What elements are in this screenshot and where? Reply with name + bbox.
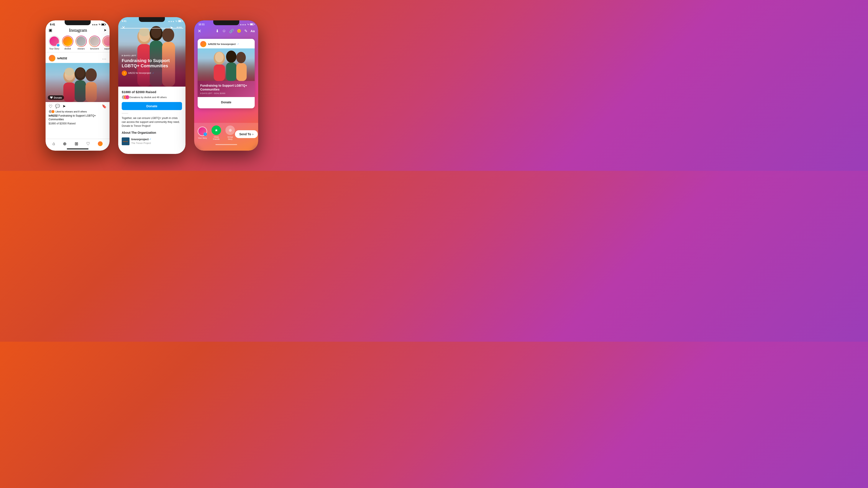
share-bottom: + Your Story ★ Close Friends — [194, 123, 258, 151]
share-card-donate-button[interactable]: Donate — [200, 99, 252, 106]
send-to-label: Send To — [239, 133, 251, 136]
comment-icon[interactable]: 💬 — [55, 104, 60, 109]
story-label-sapph: sapph... — [104, 48, 110, 50]
story-wifi: ∿ — [175, 20, 177, 23]
story-fundraiser-title: Fundraising to Support LGBTQ+ Communitie… — [122, 58, 182, 68]
like-icon[interactable]: ♡ — [49, 104, 53, 109]
stories-divider — [45, 52, 110, 52]
ig-logo: Instagram — [69, 27, 87, 33]
feed-donate-badge[interactable]: 🤍 Donate — [48, 95, 64, 100]
download-icon[interactable]: ⬇ — [216, 29, 219, 33]
home-indicator-3 — [215, 144, 237, 145]
story-share-icon[interactable]: ➤ — [170, 25, 173, 30]
post-actions: ♡ 💬 ➤ 🔖 — [45, 102, 110, 110]
donate-button[interactable]: Donate — [122, 102, 182, 110]
story-item-kenzoere[interactable]: kenzoere — [89, 36, 100, 50]
story-item-sapph[interactable]: sapph... — [102, 36, 110, 50]
nav-activity-icon[interactable]: ♡ — [86, 141, 90, 146]
close-friends-star-icon: ★ — [215, 128, 218, 133]
share-icon[interactable]: ➤ — [62, 104, 66, 109]
gif-icon[interactable]: 😊 — [237, 29, 241, 33]
donate-badge-label: Donate — [54, 96, 62, 99]
donate-heart-icon: 🤍 — [50, 96, 53, 99]
story-more-icon[interactable]: ••• — [177, 25, 182, 30]
sticker-icon[interactable]: ☺ — [222, 29, 226, 33]
likes-text: Liked by eloears and 8 others — [56, 110, 87, 113]
signal-icon-1: ▲▲▲ — [92, 23, 98, 26]
about-heading: About The Organization — [122, 131, 182, 134]
home-indicator-1 — [67, 148, 89, 149]
nav-search-icon[interactable]: ⊕ — [63, 141, 67, 146]
story-time: 9:41 — [122, 20, 126, 22]
story-progress-bars — [120, 28, 183, 28]
share-battery — [250, 23, 254, 25]
story-label-divdivk: divdivk — [64, 48, 71, 50]
nav-home-icon[interactable]: ⌂ — [53, 141, 55, 146]
link-icon[interactable]: 🔗 — [229, 29, 234, 33]
story-item-your-story[interactable]: + Your Story — [49, 36, 60, 50]
notch-2 — [139, 17, 165, 22]
together-text: Together, we can ensure LGBTQ+ youth in … — [122, 116, 182, 128]
story-right-controls: ➤ ••• — [170, 25, 182, 30]
story-org-row: T lofti232 for trevorproject ✓ — [122, 70, 182, 76]
nav-create-icon[interactable]: ⊞ — [74, 141, 78, 146]
story-item-divdivk[interactable]: divdivk — [62, 36, 73, 50]
your-story-circle-plus: + — [204, 133, 207, 136]
save-icon[interactable]: 🔖 — [102, 104, 106, 109]
story-ring-divdivk — [62, 36, 73, 47]
story-item-eloears[interactable]: eloears — [75, 36, 87, 50]
add-story-plus: + — [56, 44, 60, 47]
org-desc: The Trevor Project — [131, 142, 151, 144]
nav-profile-icon[interactable] — [98, 141, 103, 146]
story-close-icon[interactable]: ✕ — [122, 25, 125, 30]
share-close-icon[interactable]: ✕ — [198, 28, 201, 34]
close-friends-option-label: Close Friends — [212, 136, 221, 140]
caption-username: lofti232 — [49, 114, 58, 117]
send-to-button[interactable]: Send To › — [235, 130, 258, 138]
story-screen: 9:41 ▲▲▲ ∿ ✕ ➤ ••• — [118, 17, 185, 154]
post-likes: Liked by eloears and 8 others — [45, 110, 110, 114]
camera-icon[interactable]: ▣ — [49, 28, 52, 33]
share-card-image — [198, 49, 255, 81]
story-ring-eloears — [75, 36, 87, 47]
text-tool-icon[interactable]: Aa — [251, 29, 255, 33]
org-name-text: trevorproject — [131, 138, 149, 141]
panel-divider — [122, 113, 128, 114]
phone-story: 9:41 ▲▲▲ ∿ ✕ ➤ ••• — [118, 17, 185, 154]
phone-feed: 9:41 ▲▲▲ ∿ ▣ Instagram ➤ — [45, 21, 110, 151]
svg-point-27 — [226, 51, 237, 63]
wifi-icon-1: ∿ — [98, 23, 100, 26]
share-card-content: Fundraising to Support LGBTQ+ Communitie… — [198, 81, 255, 97]
phones-container: 9:41 ▲▲▲ ∿ ▣ Instagram ➤ — [41, 13, 262, 158]
story-status-icons: ▲▲▲ ∿ — [168, 20, 182, 23]
story-ring-sapph — [102, 36, 110, 47]
group-story-circle: ⊕ — [225, 125, 235, 135]
action-left: ♡ 💬 ➤ — [49, 104, 66, 109]
share-card-avatar — [200, 41, 206, 47]
share-signal: ▲▲▲ — [240, 23, 246, 26]
scribble-icon[interactable]: ✎ — [244, 29, 248, 33]
close-friends-circle: ★ — [212, 125, 221, 135]
story-signal: ▲▲▲ — [168, 20, 175, 22]
post-amount: $1880 of $2000 Raised — [45, 122, 110, 126]
svg-rect-30 — [226, 62, 237, 81]
share-status-icons: ▲▲▲ ∿ — [240, 23, 254, 26]
org-info: trevorproject ✓ The Trevor Project — [131, 138, 151, 145]
post-header: lofti232 ... — [45, 53, 110, 63]
share-card-meta: 8 DAYS LEFT · GOAL $2000 — [200, 92, 252, 94]
share-close-friends-option[interactable]: ★ Close Friends — [212, 125, 221, 140]
share-group-story-option[interactable]: ⊕ Group Story — [225, 125, 235, 140]
org-name-row: trevorproject ✓ — [131, 138, 151, 141]
your-story-circle: + — [198, 126, 207, 136]
share-screen: 12:11 ▲▲▲ ∿ ✕ ⬇ ☺ 🔗 😊 ✎ — [194, 21, 258, 151]
post-more-button[interactable]: ... — [102, 56, 106, 60]
send-to-arrow: › — [252, 133, 253, 136]
story-controls: ✕ ➤ ••• — [118, 23, 185, 32]
notch-3 — [213, 21, 239, 25]
org-row: TREVOR trevorproject ✓ The Trevor Projec… — [122, 137, 182, 145]
status-icons-1: ▲▲▲ ∿ — [92, 23, 105, 26]
send-icon[interactable]: ➤ — [104, 28, 106, 32]
donors-row: Donations by divdivk and 48 others — [122, 95, 182, 99]
your-story-label: Your Story — [49, 48, 59, 50]
share-your-story-option[interactable]: + Your Story — [198, 126, 207, 139]
